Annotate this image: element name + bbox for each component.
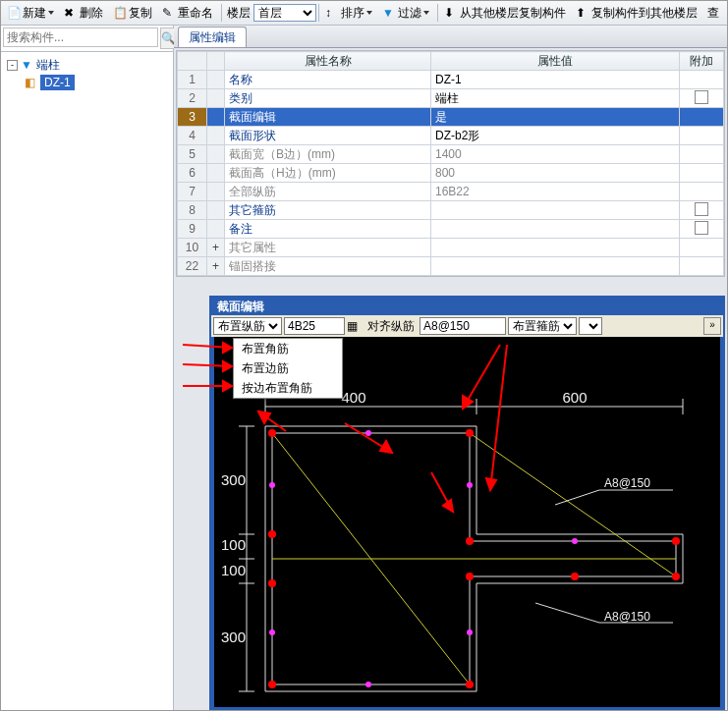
table-row[interactable]: 4截面形状DZ-b2形 bbox=[178, 127, 724, 145]
table-row[interactable]: 5截面宽（B边）(mm)1400 bbox=[178, 145, 724, 164]
svg-text:A8@150: A8@150 bbox=[604, 610, 650, 624]
svg-text:400: 400 bbox=[341, 389, 365, 406]
tab-properties[interactable]: 属性编辑 bbox=[178, 27, 247, 47]
dd-label: 布置边筋 bbox=[242, 360, 289, 377]
rename-label: 重命名 bbox=[178, 5, 213, 22]
prop-value[interactable]: 1400 bbox=[431, 145, 680, 164]
row-number: 10 bbox=[178, 239, 207, 257]
dd-item-corner[interactable]: 布置角筋 bbox=[234, 339, 342, 358]
table-row[interactable]: 3截面编辑是 bbox=[178, 108, 724, 127]
prop-extra[interactable] bbox=[680, 108, 724, 127]
row-expand[interactable]: + bbox=[207, 257, 225, 276]
sort-label: 排序 bbox=[341, 5, 364, 22]
prop-extra[interactable] bbox=[680, 127, 724, 145]
copy-from-icon: ⬇ bbox=[444, 6, 458, 20]
tree-child-row[interactable]: ◧ DZ-1 bbox=[3, 74, 171, 91]
new-icon: 📄 bbox=[7, 6, 21, 20]
sort-button[interactable]: ↕排序 bbox=[321, 2, 376, 24]
prop-name: 名称 bbox=[225, 71, 431, 89]
dd-item-edge[interactable]: 布置边筋 bbox=[234, 358, 342, 378]
copy-button[interactable]: 📋复制 bbox=[109, 2, 156, 24]
find-button[interactable]: 查 bbox=[703, 2, 723, 24]
row-expand[interactable]: + bbox=[207, 239, 225, 257]
copy-from-floor-button[interactable]: ⬇从其他楼层复制构件 bbox=[440, 2, 570, 24]
prop-value[interactable] bbox=[431, 239, 680, 257]
rename-button[interactable]: ✎重命名 bbox=[158, 2, 217, 24]
more-button[interactable]: » bbox=[703, 317, 721, 335]
prop-value[interactable] bbox=[431, 201, 680, 220]
row-expand bbox=[207, 201, 225, 220]
new-button[interactable]: 📄新建 bbox=[3, 2, 58, 24]
row-expand bbox=[207, 164, 225, 183]
svg-point-22 bbox=[672, 573, 680, 580]
delete-icon: ✖ bbox=[64, 6, 78, 20]
table-row[interactable]: 7全部纵筋16B22 bbox=[178, 183, 724, 201]
row-number: 2 bbox=[178, 89, 207, 108]
tree-collapse-icon[interactable]: - bbox=[7, 60, 18, 71]
rename-icon: ✎ bbox=[162, 6, 176, 20]
prop-value[interactable]: 端柱 bbox=[431, 89, 680, 108]
svg-point-19 bbox=[268, 579, 276, 587]
copy-to-floor-button[interactable]: ⬆复制构件到其他楼层 bbox=[572, 2, 701, 24]
prop-extra[interactable] bbox=[680, 220, 724, 239]
table-row[interactable]: 6截面高（H边）(mm)800 bbox=[178, 164, 724, 183]
copy-icon: 📋 bbox=[113, 6, 127, 20]
prop-extra[interactable] bbox=[680, 145, 724, 164]
checkbox-icon[interactable] bbox=[695, 221, 708, 235]
prop-value[interactable]: 16B22 bbox=[431, 183, 680, 201]
delete-button[interactable]: ✖删除 bbox=[60, 2, 107, 24]
property-grid: 属性名称 属性值 附加 1名称DZ-12类别端柱3截面编辑是4截面形状DZ-b2… bbox=[176, 50, 725, 277]
separator bbox=[221, 4, 222, 22]
prop-extra[interactable] bbox=[680, 239, 724, 257]
prop-value[interactable]: 是 bbox=[431, 108, 680, 127]
checkbox-icon[interactable] bbox=[695, 90, 708, 104]
filter-icon: ▼ bbox=[21, 58, 34, 72]
layout-bar-dropdown: 布置角筋 布置边筋 按边布置角筋 bbox=[233, 338, 343, 399]
row-number: 3 bbox=[178, 108, 207, 127]
layout-bar-select[interactable]: 布置纵筋 bbox=[213, 317, 282, 335]
prop-value[interactable]: DZ-1 bbox=[431, 71, 680, 89]
prop-extra[interactable] bbox=[680, 201, 724, 220]
layout-bar-input[interactable] bbox=[284, 317, 345, 335]
table-row[interactable]: 10+其它属性 bbox=[178, 239, 724, 257]
svg-text:600: 600 bbox=[562, 389, 587, 406]
prop-extra[interactable] bbox=[680, 71, 724, 89]
table-row[interactable]: 2类别端柱 bbox=[178, 89, 724, 108]
svg-point-17 bbox=[466, 537, 474, 545]
checkbox-icon[interactable] bbox=[695, 202, 708, 216]
prop-extra[interactable] bbox=[680, 89, 724, 108]
table-row[interactable]: 8其它箍筋 bbox=[178, 201, 724, 220]
svg-point-29 bbox=[467, 629, 473, 635]
svg-point-16 bbox=[268, 530, 276, 538]
search-input[interactable] bbox=[3, 27, 158, 47]
row-number: 8 bbox=[178, 201, 207, 220]
svg-point-31 bbox=[572, 538, 578, 544]
prop-value[interactable]: 800 bbox=[431, 164, 680, 183]
filter-button[interactable]: ▼过滤 bbox=[378, 2, 433, 24]
stirrup-value-select[interactable] bbox=[579, 317, 602, 335]
prop-extra[interactable] bbox=[680, 164, 724, 183]
dd-item-by-edge[interactable]: 按边布置角筋 bbox=[234, 378, 342, 398]
table-row[interactable]: 9备注 bbox=[178, 220, 724, 239]
prop-name: 截面宽（B边）(mm) bbox=[225, 145, 431, 164]
prop-value[interactable]: DZ-b2形 bbox=[431, 127, 680, 145]
align-bar-input[interactable] bbox=[420, 317, 506, 335]
svg-point-26 bbox=[269, 482, 275, 488]
prop-extra[interactable] bbox=[680, 183, 724, 201]
prop-value[interactable] bbox=[431, 220, 680, 239]
floor-select[interactable]: 首层 bbox=[253, 4, 316, 22]
svg-text:100: 100 bbox=[221, 562, 246, 578]
col-value: 属性值 bbox=[431, 52, 680, 71]
prop-value[interactable] bbox=[431, 257, 680, 276]
tree-root-row[interactable]: - ▼ 端柱 bbox=[3, 56, 171, 74]
prop-name: 全部纵筋 bbox=[225, 183, 431, 201]
dd-label: 按边布置角筋 bbox=[242, 380, 312, 397]
prop-extra[interactable] bbox=[680, 257, 724, 276]
row-number: 5 bbox=[178, 145, 207, 164]
table-row[interactable]: 1名称DZ-1 bbox=[178, 71, 724, 89]
table-row[interactable]: 22+锚固搭接 bbox=[178, 257, 724, 276]
stirrup-select[interactable]: 布置箍筋 bbox=[508, 317, 577, 335]
svg-point-27 bbox=[467, 482, 473, 488]
svg-point-14 bbox=[268, 429, 276, 437]
align-icon[interactable]: ▦ bbox=[347, 319, 361, 333]
